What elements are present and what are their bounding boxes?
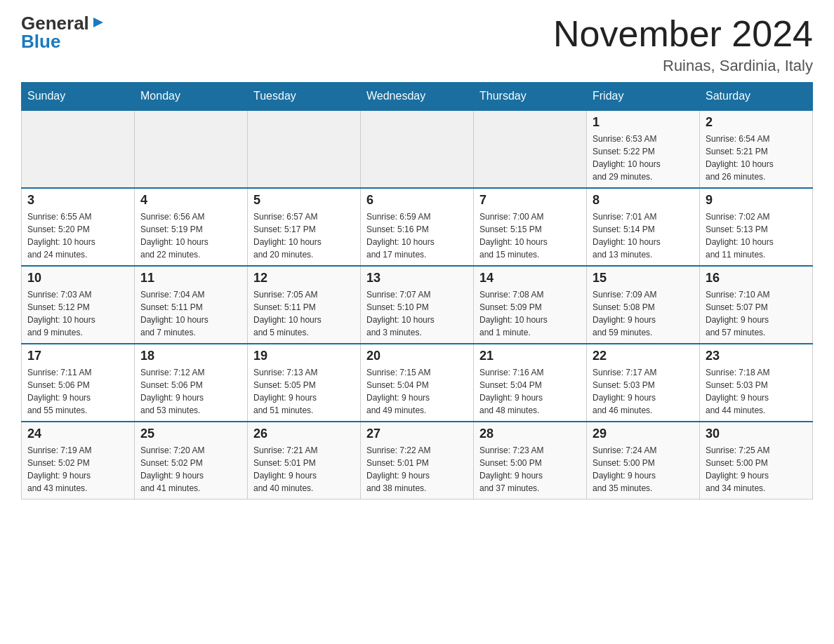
day-info: Sunrise: 7:15 AM Sunset: 5:04 PM Dayligh…	[366, 366, 468, 417]
logo-blue-text: Blue	[21, 32, 60, 51]
day-number: 12	[253, 271, 355, 286]
calendar-table: Sunday Monday Tuesday Wednesday Thursday…	[21, 82, 813, 499]
day-info: Sunrise: 7:07 AM Sunset: 5:10 PM Dayligh…	[366, 288, 468, 339]
day-number: 5	[253, 193, 355, 208]
title-section: November 2024 Ruinas, Sardinia, Italy	[553, 14, 813, 75]
logo: General Blue	[21, 14, 106, 51]
day-info: Sunrise: 7:03 AM Sunset: 5:12 PM Dayligh…	[27, 288, 128, 339]
calendar-cell: 26Sunrise: 7:21 AM Sunset: 5:01 PM Dayli…	[248, 422, 361, 499]
day-number: 25	[140, 427, 241, 441]
day-number: 6	[366, 193, 468, 208]
calendar-cell: 20Sunrise: 7:15 AM Sunset: 5:04 PM Dayli…	[361, 344, 474, 422]
day-info: Sunrise: 7:13 AM Sunset: 5:05 PM Dayligh…	[253, 366, 355, 417]
calendar-cell: 6Sunrise: 6:59 AM Sunset: 5:16 PM Daylig…	[361, 188, 474, 266]
col-saturday: Saturday	[700, 83, 813, 111]
calendar-week-row-5: 24Sunrise: 7:19 AM Sunset: 5:02 PM Dayli…	[22, 422, 813, 499]
day-number: 7	[479, 193, 581, 208]
calendar-cell: 30Sunrise: 7:25 AM Sunset: 5:00 PM Dayli…	[700, 422, 813, 499]
calendar-week-row-2: 3Sunrise: 6:55 AM Sunset: 5:20 PM Daylig…	[22, 188, 813, 266]
day-number: 8	[593, 193, 694, 208]
col-friday: Friday	[587, 83, 700, 111]
calendar-cell: 4Sunrise: 6:56 AM Sunset: 5:19 PM Daylig…	[135, 188, 248, 266]
day-number: 24	[27, 427, 128, 441]
calendar-cell: 15Sunrise: 7:09 AM Sunset: 5:08 PM Dayli…	[587, 266, 700, 344]
calendar-week-row-1: 1Sunrise: 6:53 AM Sunset: 5:22 PM Daylig…	[22, 110, 813, 188]
day-number: 30	[706, 427, 807, 441]
day-info: Sunrise: 7:16 AM Sunset: 5:04 PM Dayligh…	[479, 366, 581, 417]
day-info: Sunrise: 7:24 AM Sunset: 5:00 PM Dayligh…	[593, 444, 694, 495]
day-info: Sunrise: 6:56 AM Sunset: 5:19 PM Dayligh…	[140, 210, 241, 261]
calendar-cell: 23Sunrise: 7:18 AM Sunset: 5:03 PM Dayli…	[700, 344, 813, 422]
day-number: 15	[593, 271, 694, 286]
day-number: 21	[479, 349, 581, 363]
col-tuesday: Tuesday	[248, 83, 361, 111]
day-info: Sunrise: 7:20 AM Sunset: 5:02 PM Dayligh…	[140, 444, 241, 495]
col-thursday: Thursday	[474, 83, 587, 111]
day-number: 18	[140, 349, 241, 363]
day-info: Sunrise: 7:18 AM Sunset: 5:03 PM Dayligh…	[706, 366, 807, 417]
day-info: Sunrise: 7:10 AM Sunset: 5:07 PM Dayligh…	[706, 288, 807, 339]
calendar-cell: 19Sunrise: 7:13 AM Sunset: 5:05 PM Dayli…	[248, 344, 361, 422]
calendar-cell: 14Sunrise: 7:08 AM Sunset: 5:09 PM Dayli…	[474, 266, 587, 344]
calendar-cell	[361, 110, 474, 188]
calendar-cell: 17Sunrise: 7:11 AM Sunset: 5:06 PM Dayli…	[22, 344, 135, 422]
day-info: Sunrise: 6:55 AM Sunset: 5:20 PM Dayligh…	[27, 210, 128, 261]
page-header: General Blue November 2024 Ruinas, Sardi…	[21, 14, 813, 75]
calendar-cell: 22Sunrise: 7:17 AM Sunset: 5:03 PM Dayli…	[587, 344, 700, 422]
day-number: 27	[366, 427, 468, 441]
day-number: 4	[140, 193, 241, 208]
day-number: 10	[27, 271, 128, 286]
calendar-week-row-3: 10Sunrise: 7:03 AM Sunset: 5:12 PM Dayli…	[22, 266, 813, 344]
calendar-cell: 12Sunrise: 7:05 AM Sunset: 5:11 PM Dayli…	[248, 266, 361, 344]
day-number: 16	[706, 271, 807, 286]
col-sunday: Sunday	[22, 83, 135, 111]
day-number: 20	[366, 349, 468, 363]
calendar-cell: 18Sunrise: 7:12 AM Sunset: 5:06 PM Dayli…	[135, 344, 248, 422]
day-number: 17	[27, 349, 128, 363]
calendar-cell: 11Sunrise: 7:04 AM Sunset: 5:11 PM Dayli…	[135, 266, 248, 344]
day-info: Sunrise: 7:22 AM Sunset: 5:01 PM Dayligh…	[366, 444, 468, 495]
calendar-cell: 28Sunrise: 7:23 AM Sunset: 5:00 PM Dayli…	[474, 422, 587, 499]
logo-general-text: General	[21, 14, 89, 32]
day-number: 29	[593, 427, 694, 441]
day-info: Sunrise: 7:05 AM Sunset: 5:11 PM Dayligh…	[253, 288, 355, 339]
day-info: Sunrise: 7:00 AM Sunset: 5:15 PM Dayligh…	[479, 210, 581, 261]
day-info: Sunrise: 7:02 AM Sunset: 5:13 PM Dayligh…	[706, 210, 807, 261]
calendar-cell: 29Sunrise: 7:24 AM Sunset: 5:00 PM Dayli…	[587, 422, 700, 499]
day-number: 1	[593, 115, 694, 130]
calendar-cell: 7Sunrise: 7:00 AM Sunset: 5:15 PM Daylig…	[474, 188, 587, 266]
col-wednesday: Wednesday	[361, 83, 474, 111]
day-number: 22	[593, 349, 694, 363]
day-info: Sunrise: 6:53 AM Sunset: 5:22 PM Dayligh…	[593, 133, 694, 183]
day-info: Sunrise: 7:17 AM Sunset: 5:03 PM Dayligh…	[593, 366, 694, 417]
logo-triangle-icon	[91, 15, 106, 30]
calendar-cell: 5Sunrise: 6:57 AM Sunset: 5:17 PM Daylig…	[248, 188, 361, 266]
day-info: Sunrise: 7:11 AM Sunset: 5:06 PM Dayligh…	[27, 366, 128, 417]
calendar-title: November 2024	[553, 14, 813, 54]
day-info: Sunrise: 7:12 AM Sunset: 5:06 PM Dayligh…	[140, 366, 241, 417]
calendar-cell	[22, 110, 135, 188]
col-monday: Monday	[135, 83, 248, 111]
day-info: Sunrise: 6:57 AM Sunset: 5:17 PM Dayligh…	[253, 210, 355, 261]
day-number: 23	[706, 349, 807, 363]
calendar-cell: 27Sunrise: 7:22 AM Sunset: 5:01 PM Dayli…	[361, 422, 474, 499]
day-info: Sunrise: 7:21 AM Sunset: 5:01 PM Dayligh…	[253, 444, 355, 495]
calendar-cell	[248, 110, 361, 188]
calendar-cell: 16Sunrise: 7:10 AM Sunset: 5:07 PM Dayli…	[700, 266, 813, 344]
day-info: Sunrise: 7:08 AM Sunset: 5:09 PM Dayligh…	[479, 288, 581, 339]
calendar-cell: 25Sunrise: 7:20 AM Sunset: 5:02 PM Dayli…	[135, 422, 248, 499]
calendar-cell	[135, 110, 248, 188]
calendar-cell: 3Sunrise: 6:55 AM Sunset: 5:20 PM Daylig…	[22, 188, 135, 266]
day-info: Sunrise: 7:25 AM Sunset: 5:00 PM Dayligh…	[706, 444, 807, 495]
calendar-cell: 1Sunrise: 6:53 AM Sunset: 5:22 PM Daylig…	[587, 110, 700, 188]
day-number: 9	[706, 193, 807, 208]
day-info: Sunrise: 7:19 AM Sunset: 5:02 PM Dayligh…	[27, 444, 128, 495]
day-number: 11	[140, 271, 241, 286]
day-number: 14	[479, 271, 581, 286]
day-number: 13	[366, 271, 468, 286]
calendar-cell: 2Sunrise: 6:54 AM Sunset: 5:21 PM Daylig…	[700, 110, 813, 188]
calendar-cell: 13Sunrise: 7:07 AM Sunset: 5:10 PM Dayli…	[361, 266, 474, 344]
day-number: 19	[253, 349, 355, 363]
day-info: Sunrise: 7:04 AM Sunset: 5:11 PM Dayligh…	[140, 288, 241, 339]
calendar-week-row-4: 17Sunrise: 7:11 AM Sunset: 5:06 PM Dayli…	[22, 344, 813, 422]
